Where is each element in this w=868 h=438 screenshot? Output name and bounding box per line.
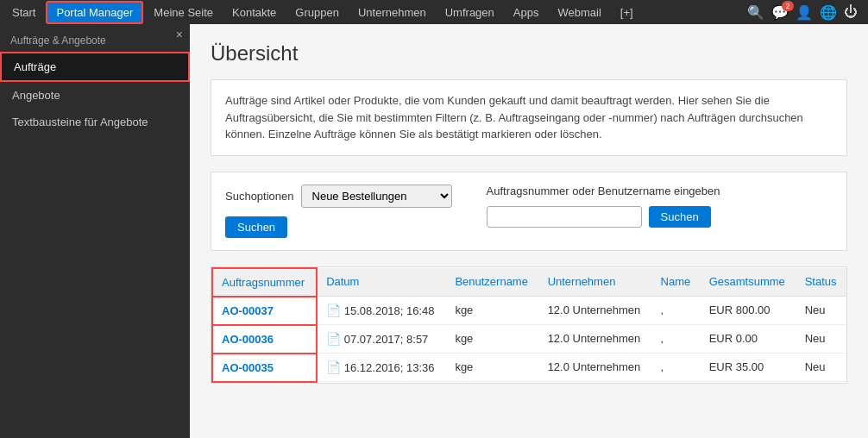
nav-start[interactable]: Start [3,3,44,22]
order-num-cell: AO-00035 [212,354,317,382]
nav-icons: 🔍 💬 2 👤 🌐 ⏻ [747,4,865,21]
table-row: AO-00035 📄 16.12.2016; 13:36 kge 12.0 Un… [212,354,846,382]
datum-cell: 📄 15.08.2018; 16:48 [317,297,446,325]
message-badge: 2 [782,1,794,11]
gesamtsumme-cell: EUR 0.00 [701,325,796,354]
col-unternehmen: Unternehmen [539,268,652,297]
nav-umfragen[interactable]: Umfragen [437,3,503,22]
order-input-label: Auftragsnummer oder Benutzername eingebe… [487,185,720,197]
sidebar-close-button[interactable]: × [176,28,183,41]
search-icon[interactable]: 🔍 [747,4,764,21]
gesamtsumme-cell: EUR 800.00 [701,297,796,325]
nav-unternehmen[interactable]: Unternehmen [349,3,435,22]
nav-plus[interactable]: [+] [612,3,642,22]
nav-kontakte[interactable]: Kontakte [223,3,285,22]
top-navigation: Start Portal Manager Meine Seite Kontakt… [0,0,868,24]
nav-webmail[interactable]: Webmail [549,3,609,22]
benutzername-cell: kge [446,297,538,325]
name-cell: , [652,325,701,354]
table-row: AO-00036 📄 07.07.2017; 8:57 kge 12.0 Unt… [212,325,846,354]
search-options-label: Suchoptionen [225,190,294,203]
main-layout: × Aufträge & Angebote Aufträge Angebote … [0,24,868,438]
page-title: Übersicht [211,41,847,66]
unternehmen-cell: 12.0 Unternehmen [539,325,652,354]
col-datum: Datum [317,268,446,297]
search-button-row: Suchen [225,216,452,238]
pdf-icon[interactable]: 📄 [326,303,341,317]
col-gesamtsumme: Gesamtsumme [701,268,796,297]
main-content: Übersicht Aufträge sind Artikel oder Pro… [190,24,868,438]
power-icon[interactable]: ⏻ [844,4,858,20]
pdf-icon[interactable]: 📄 [326,332,341,346]
sidebar-item-auftraege[interactable]: Aufträge [0,52,190,82]
globe-icon[interactable]: 🌐 [820,4,837,21]
description-box: Aufträge sind Artikel oder Produkte, die… [211,79,847,156]
col-name: Name [652,268,701,297]
col-auftragsnummer: Auftragsnummer [212,268,317,297]
sidebar-section-title: Aufträge & Angebote [0,24,190,52]
benutzername-cell: kge [446,325,538,354]
order-number-input[interactable] [487,206,642,228]
sidebar: × Aufträge & Angebote Aufträge Angebote … [0,24,190,438]
search-options-select[interactable]: Neue BestellungenAlle BestellungenBestät… [301,185,452,208]
order-input-row: Suchen [487,206,720,228]
nav-portal-manager[interactable]: Portal Manager [46,1,143,24]
description-text: Aufträge sind Artikel oder Produkte, die… [225,92,833,143]
order-link[interactable]: AO-00035 [222,361,274,374]
gesamtsumme-cell: EUR 35.00 [701,354,796,382]
status-cell: Neu [796,297,846,325]
sidebar-item-angebote[interactable]: Angebote [0,82,190,109]
order-link[interactable]: AO-00036 [222,333,274,346]
name-cell: , [652,354,701,382]
search-options-row: Suchoptionen Neue BestellungenAlle Beste… [225,185,452,208]
orders-table: Auftragsnummer Datum Benutzername Untern… [211,267,846,383]
messages-icon[interactable]: 💬 2 [771,4,789,21]
datum-cell: 📄 07.07.2017; 8:57 [317,325,446,354]
col-status: Status [796,268,846,297]
order-link[interactable]: AO-00037 [222,304,274,317]
user-icon[interactable]: 👤 [796,4,813,21]
pdf-icon[interactable]: 📄 [326,360,341,374]
status-cell: Neu [796,325,846,354]
order-num-cell: AO-00036 [212,325,317,354]
nav-apps[interactable]: Apps [505,3,548,22]
order-num-cell: AO-00037 [212,297,317,325]
table-row: AO-00037 📄 15.08.2018; 16:48 kge 12.0 Un… [212,297,846,325]
nav-gruppen[interactable]: Gruppen [286,3,348,22]
sidebar-item-textbausteine[interactable]: Textbausteine für Angebote [0,109,190,135]
search-right: Auftragsnummer oder Benutzername eingebe… [487,185,720,228]
search-button-2[interactable]: Suchen [649,206,711,228]
name-cell: , [652,297,701,325]
unternehmen-cell: 12.0 Unternehmen [539,297,652,325]
search-area: Suchoptionen Neue BestellungenAlle Beste… [211,172,847,251]
unternehmen-cell: 12.0 Unternehmen [539,354,652,382]
status-cell: Neu [796,354,846,382]
benutzername-cell: kge [446,354,538,382]
search-button-1[interactable]: Suchen [225,216,287,238]
datum-cell: 📄 16.12.2016; 13:36 [317,354,446,382]
nav-meine-seite[interactable]: Meine Seite [145,3,222,22]
search-left: Suchoptionen Neue BestellungenAlle Beste… [225,185,452,238]
col-benutzername: Benutzername [446,268,538,297]
orders-table-wrapper: Auftragsnummer Datum Benutzername Untern… [211,266,847,384]
